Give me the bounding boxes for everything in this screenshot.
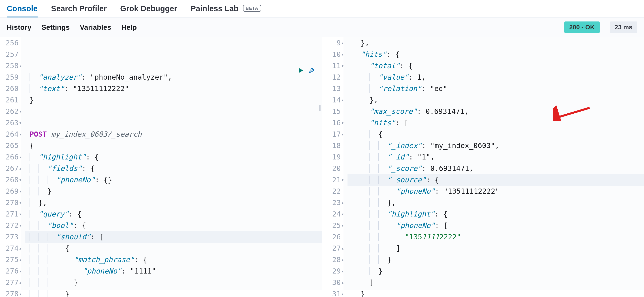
request-line-number: 271▾ <box>0 208 18 220</box>
request-code-line: { <box>25 243 322 254</box>
request-code-line: POST my_index_0603/_search <box>25 129 322 140</box>
response-pane[interactable]: 9▴10▾11▾121314▴1516▾17▾18192021▾2223▴24▾… <box>322 37 644 290</box>
request-code-line: } <box>25 186 322 197</box>
request-code-line: "analyzer": "phoneNo_analyzer", <box>25 72 322 83</box>
request-line-number: 270▾ <box>0 197 18 208</box>
response-code-line: }, <box>348 37 644 49</box>
request-line-number: 259 <box>0 72 18 83</box>
request-code-line: }, <box>25 197 322 208</box>
response-line-number: 25▾ <box>322 220 341 231</box>
response-code-line: "_index": "my_index_0603", <box>348 140 644 151</box>
subnav-help[interactable]: Help <box>121 23 137 31</box>
response-code-line: "_source": { <box>348 174 644 186</box>
request-gutter: 256257258▴259260261262▾263▾264▾265266▴26… <box>0 37 21 290</box>
response-code-line: ] <box>348 243 644 254</box>
response-line-number: 30▴ <box>322 277 341 288</box>
tab-painless-lab[interactable]: Painless Lab BETA <box>191 4 261 17</box>
response-line-number: 23▴ <box>322 197 341 208</box>
status-badge: 200 - OK <box>564 21 600 33</box>
request-code-line: { <box>25 140 322 151</box>
response-code-line: "_id": "1", <box>348 151 644 163</box>
request-code-line: } <box>25 277 322 288</box>
response-line-number: 13 <box>322 83 341 94</box>
request-line-number: 264▾ <box>0 129 18 140</box>
subnav-history[interactable]: History <box>7 23 31 31</box>
response-code-line: "relation": "eq" <box>348 83 644 94</box>
tab-search-profiler[interactable]: Search Profiler <box>51 4 107 17</box>
request-line-number: 266▴ <box>0 151 18 163</box>
response-code: }, "hits": { "total": { "value": 1, "rel… <box>344 37 644 290</box>
tab-console[interactable]: Console <box>7 4 38 17</box>
tab-grok-debugger[interactable]: Grok Debugger <box>120 4 177 17</box>
request-code-line: "phoneNo": {} <box>25 174 322 186</box>
request-line-number: 260 <box>0 83 18 94</box>
response-code-line: "highlight": { <box>348 208 644 220</box>
response-line-number: 10▾ <box>322 49 341 60</box>
request-code-line: "text": "13511112222" <box>25 83 322 94</box>
editor-split: 256257258▴259260261262▾263▾264▾265266▴26… <box>0 37 644 290</box>
response-line-number: 31▴ <box>322 288 341 297</box>
request-code-line: "match_phrase": { <box>25 254 322 266</box>
request-line-number: 268▾ <box>0 174 18 186</box>
request-line-number: 276▴ <box>0 266 18 277</box>
drag-handle-icon: ‖ <box>319 104 322 111</box>
tool-tabs: Console Search Profiler Grok Debugger Pa… <box>0 0 644 17</box>
response-code-line: "_score": 0.6931471, <box>348 163 644 174</box>
subnav-settings[interactable]: Settings <box>42 23 70 31</box>
request-code-line: "query": { <box>25 208 322 220</box>
response-code-line: } <box>348 288 644 297</box>
request-line-number: 261 <box>0 94 18 106</box>
request-code-line <box>25 106 322 117</box>
response-line-number: 12 <box>322 72 341 83</box>
request-code-line: "bool": { <box>25 220 322 231</box>
request-line-number: 273 <box>0 231 18 243</box>
response-line-number: 20 <box>322 163 341 174</box>
request-line-number: 257 <box>0 49 18 60</box>
request-line-number: 272▾ <box>0 220 18 231</box>
response-line-number: 14▴ <box>322 94 341 106</box>
request-line-number: 258▴ <box>0 60 18 72</box>
response-line-number: 9▴ <box>322 37 341 49</box>
response-line-number: 29▴ <box>322 266 341 277</box>
response-line-number: 19 <box>322 151 341 163</box>
response-code-line: "phoneNo": [ <box>348 220 644 231</box>
response-code-line: }, <box>348 197 644 208</box>
request-code-line: "phoneNo": "1111" <box>25 266 322 277</box>
request-code[interactable]: "analyzer": "phoneNo_analyzer", "text": … <box>21 37 322 290</box>
request-pane[interactable]: 256257258▴259260261262▾263▾264▾265266▴26… <box>0 37 322 290</box>
request-line-number: 277▴ <box>0 277 18 288</box>
response-code-line: }, <box>348 94 644 106</box>
response-code-line: ] <box>348 277 644 288</box>
response-line-number: 26 <box>322 231 341 243</box>
request-code-line: "fields": { <box>25 163 322 174</box>
request-line-number: 256 <box>0 37 18 49</box>
request-line-number: 262▾ <box>0 106 18 117</box>
request-line-number: 274▴ <box>0 243 18 254</box>
response-code-line: "13511112222" <box>348 231 644 243</box>
response-line-number: 28▴ <box>322 254 341 266</box>
response-line-number: 21▾ <box>322 174 341 186</box>
response-line-number: 24▾ <box>322 208 341 220</box>
request-line-number: 263▾ <box>0 117 18 129</box>
response-code-line: "hits": { <box>348 49 644 60</box>
response-line-number: 16▾ <box>322 117 341 129</box>
request-line-number: 265 <box>0 140 18 151</box>
response-code-line: "max_score": 0.6931471, <box>348 106 644 117</box>
response-line-number: 11▾ <box>322 60 341 72</box>
request-code-line: } <box>25 94 322 106</box>
painless-lab-label: Painless Lab <box>191 4 238 13</box>
response-code-line: "total": { <box>348 60 644 72</box>
request-line-number: 267▴ <box>0 163 18 174</box>
request-code-line: "highlight": { <box>25 151 322 163</box>
response-code-line: "value": 1, <box>348 72 644 83</box>
response-code-line: { <box>348 129 644 140</box>
response-line-number: 18 <box>322 140 341 151</box>
subnav-variables[interactable]: Variables <box>80 23 111 31</box>
request-code-line: } <box>25 288 322 297</box>
response-code-line: } <box>348 254 644 266</box>
console-sub-nav: History Settings Variables Help 200 - OK… <box>0 17 644 37</box>
request-code-line: "should": [ <box>25 231 322 243</box>
request-code-line <box>25 117 322 129</box>
beta-badge: BETA <box>243 5 261 12</box>
response-line-number: 15 <box>322 106 341 117</box>
